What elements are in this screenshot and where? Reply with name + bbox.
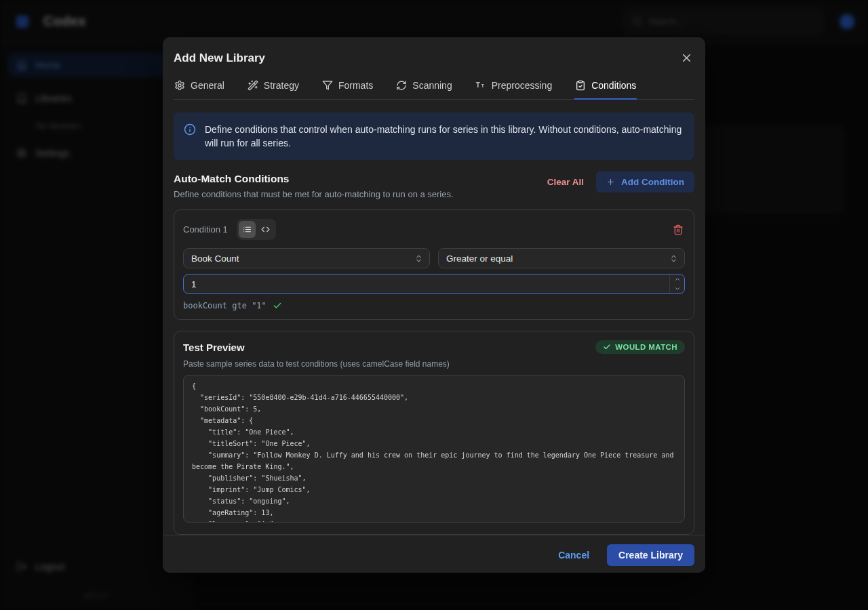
condition-value-input[interactable] — [184, 274, 669, 293]
would-match-label: WOULD MATCH — [615, 343, 677, 351]
cancel-button[interactable]: Cancel — [549, 545, 599, 565]
test-preview-subtitle: Paste sample series data to test conditi… — [183, 359, 685, 369]
gear-icon — [174, 80, 185, 91]
expression-text: bookCount gte "1" — [183, 301, 267, 310]
builder-mode-button[interactable] — [239, 221, 256, 238]
svg-text:T: T — [475, 81, 479, 89]
code-icon — [261, 225, 270, 234]
tab-label: Strategy — [264, 80, 299, 91]
number-spinner — [669, 274, 684, 293]
chevron-up-icon — [674, 276, 681, 283]
add-library-modal: Add New Library General Strategy Formats — [163, 37, 705, 573]
close-icon — [680, 52, 693, 64]
tab-general[interactable]: General — [174, 80, 225, 100]
list-icon — [243, 225, 252, 234]
type-icon: TT — [475, 80, 486, 91]
info-banner: Define conditions that control when auto… — [174, 113, 694, 160]
tab-label: Formats — [338, 80, 373, 91]
clear-all-button[interactable]: Clear All — [543, 171, 588, 192]
refresh-icon — [396, 80, 407, 91]
tab-strategy[interactable]: Strategy — [247, 80, 300, 100]
spinner-up-button[interactable] — [670, 274, 684, 284]
tab-formats[interactable]: Formats — [321, 80, 374, 100]
info-banner-text: Define conditions that control when auto… — [205, 123, 684, 150]
conditions-section-subtitle: Define conditions that must be met for a… — [174, 189, 454, 199]
plus-icon — [606, 178, 615, 186]
add-condition-button[interactable]: Add Condition — [596, 171, 694, 192]
operator-select[interactable]: Greater or equal — [438, 248, 685, 268]
tab-label: Scanning — [412, 80, 452, 91]
check-icon — [273, 301, 282, 310]
field-select[interactable]: Book Count — [183, 248, 430, 268]
operator-select-value: Greater or equal — [446, 253, 513, 264]
tab-preprocessing[interactable]: TT Preprocessing — [475, 80, 553, 100]
modal-tabs: General Strategy Formats Scanning TT Pre… — [174, 80, 694, 100]
condition-mode-toggle — [237, 219, 276, 240]
clipboard-check-icon — [575, 80, 586, 91]
test-preview-card: Test Preview WOULD MATCH Paste sample se… — [174, 331, 694, 535]
tab-conditions[interactable]: Conditions — [574, 80, 637, 100]
would-match-badge: WOULD MATCH — [595, 340, 685, 354]
condition-expression: bookCount gte "1" — [183, 301, 685, 310]
condition-value-field — [183, 274, 685, 294]
tab-label: Preprocessing — [492, 80, 553, 91]
condition-label: Condition 1 — [183, 224, 228, 235]
tab-scanning[interactable]: Scanning — [395, 80, 452, 100]
tab-label: Conditions — [591, 80, 636, 91]
close-button[interactable] — [679, 50, 694, 66]
add-condition-label: Add Condition — [621, 177, 684, 187]
sample-json-textarea[interactable]: { "seriesId": "550e8400-e29b-41d4-a716-4… — [183, 375, 685, 523]
condition-card: Condition 1 — [174, 209, 694, 320]
chevron-down-icon — [674, 285, 681, 292]
create-library-button[interactable]: Create Library — [607, 544, 694, 566]
modal-title: Add New Library — [174, 52, 265, 65]
test-preview-title: Test Preview — [183, 342, 245, 353]
spinner-down-button[interactable] — [670, 284, 684, 293]
code-mode-button[interactable] — [257, 221, 274, 238]
tab-label: General — [191, 80, 224, 91]
delete-condition-button[interactable] — [671, 223, 685, 237]
field-select-value: Book Count — [191, 253, 239, 264]
check-icon — [603, 343, 611, 351]
info-icon — [184, 123, 196, 150]
chevrons-up-down-icon — [669, 254, 678, 263]
chevrons-up-down-icon — [414, 254, 423, 263]
conditions-section-title: Auto-Match Conditions — [174, 173, 454, 185]
svg-text:T: T — [481, 83, 484, 88]
trash-icon — [673, 224, 684, 235]
funnel-icon — [322, 80, 333, 91]
wand-icon — [248, 80, 258, 91]
